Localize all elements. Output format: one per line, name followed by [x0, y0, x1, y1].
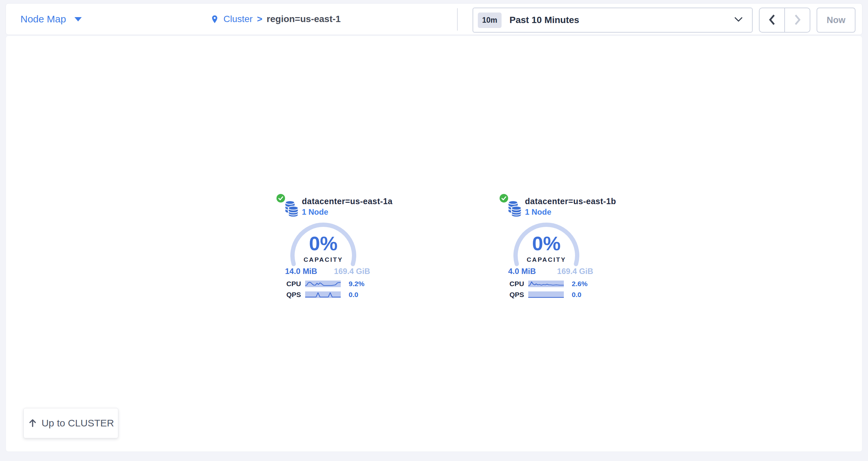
now-button[interactable]: Now	[816, 7, 856, 33]
view-mode-dropdown[interactable]: Node Map	[21, 4, 82, 35]
chevron-right-icon	[794, 14, 801, 27]
up-to-cluster-button[interactable]: Up to CLUSTER	[23, 408, 118, 438]
datacenter-name[interactable]: datacenter=us-east-1a	[302, 197, 393, 206]
metric-value: 0.0	[349, 291, 358, 299]
datacenter-card-us-east-1b[interactable]: datacenter=us-east-1b 1 Node 0% CAPACITY…	[500, 194, 595, 303]
capacity-percent: 0%	[290, 232, 356, 255]
header-divider	[457, 8, 458, 31]
metric-label: QPS	[509, 291, 528, 299]
breadcrumb: Cluster > region=us-east-1	[210, 4, 341, 35]
metric-value: 2.6%	[572, 280, 588, 288]
capacity-used: 4.0 MiB	[508, 267, 536, 276]
datacenter-node-count[interactable]: 1 Node	[525, 207, 551, 217]
datacenter-card-us-east-1a[interactable]: datacenter=us-east-1a 1 Node 0% CAPACITY…	[277, 194, 372, 303]
location-pin-icon	[210, 14, 219, 25]
capacity-total: 169.4 GiB	[557, 267, 593, 276]
breadcrumb-current: region=us-east-1	[267, 14, 341, 24]
chevron-left-icon	[768, 14, 776, 27]
time-range-dropdown[interactable]: 10m Past 10 Minutes	[472, 7, 753, 33]
capacity-used: 14.0 MiB	[285, 267, 317, 276]
database-stack-icon	[283, 200, 299, 219]
time-pager	[759, 7, 810, 33]
metric-row-cpu: CPU 2.6%	[509, 280, 588, 288]
breadcrumb-separator: >	[257, 14, 262, 24]
capacity-range: 14.0 MiB 169.4 GiB	[285, 267, 370, 276]
time-range-badge: 10m	[478, 12, 501, 28]
caret-down-icon	[74, 17, 82, 22]
arrow-up-icon	[28, 418, 37, 428]
datacenter-name[interactable]: datacenter=us-east-1b	[525, 197, 616, 206]
time-range-label: Past 10 Minutes	[509, 15, 579, 25]
breadcrumb-cluster-link[interactable]: Cluster	[223, 14, 253, 24]
capacity-range: 4.0 MiB 169.4 GiB	[508, 267, 593, 276]
node-map-page: Node Map Cluster > region=us-east-1 10m …	[0, 0, 868, 461]
metric-row-cpu: CPU 9.2%	[286, 280, 365, 288]
metric-value: 9.2%	[349, 280, 365, 288]
node-map-canvas: datacenter=us-east-1a 1 Node 0% CAPACITY…	[6, 36, 862, 452]
datacenter-node-count[interactable]: 1 Node	[302, 207, 328, 217]
metric-label: CPU	[509, 280, 528, 288]
database-stack-icon	[506, 200, 522, 219]
metric-row-qps: QPS 0.0	[509, 291, 581, 299]
up-to-cluster-label: Up to CLUSTER	[41, 418, 114, 429]
metric-row-qps: QPS 0.0	[286, 291, 358, 299]
capacity-label: CAPACITY	[290, 256, 356, 263]
time-prev-button[interactable]	[759, 7, 785, 33]
metric-label: CPU	[286, 280, 305, 288]
qps-sparkline	[528, 291, 564, 298]
topbar: Node Map Cluster > region=us-east-1 10m …	[6, 3, 862, 35]
chevron-down-icon	[734, 17, 743, 23]
qps-sparkline	[305, 291, 341, 298]
view-mode-label: Node Map	[21, 13, 66, 25]
metric-value: 0.0	[572, 291, 581, 299]
time-next-button[interactable]	[785, 7, 810, 33]
cpu-sparkline	[305, 281, 341, 287]
capacity-percent: 0%	[514, 232, 579, 255]
metric-label: QPS	[286, 291, 305, 299]
capacity-label: CAPACITY	[514, 256, 579, 263]
capacity-total: 169.4 GiB	[334, 267, 370, 276]
cpu-sparkline	[528, 281, 564, 287]
